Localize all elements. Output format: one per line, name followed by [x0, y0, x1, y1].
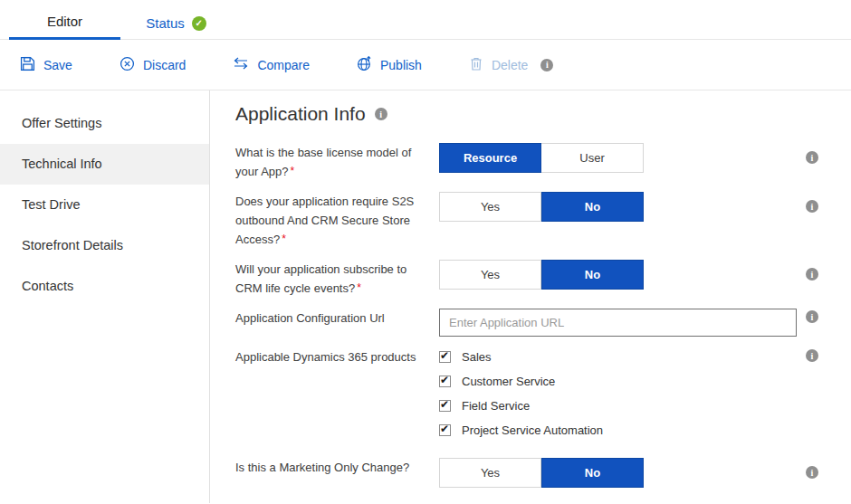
checkbox-sales[interactable]: Sales: [439, 347, 603, 366]
tab-status-label: Status: [146, 15, 185, 31]
row-license-model: What is the base license model of your A…: [235, 143, 818, 181]
tab-editor-label: Editor: [47, 14, 82, 29]
field-label: Does your application require S2S outbou…: [235, 192, 439, 249]
required-asterisk: *: [357, 281, 361, 294]
marketing-only-info-icon[interactable]: [806, 466, 818, 479]
sidebar-item-offer-settings[interactable]: Offer Settings: [0, 103, 209, 144]
application-url-input[interactable]: [439, 309, 797, 337]
sidebar-item-test-drive[interactable]: Test Drive: [0, 185, 209, 225]
option-yes[interactable]: Yes: [439, 458, 541, 488]
publish-label: Publish: [380, 58, 422, 72]
delete-label: Delete: [492, 58, 528, 72]
checkbox-checked-icon: [439, 400, 451, 412]
page-title-info-icon[interactable]: [375, 108, 387, 120]
s2s-access-toggle: Yes No: [439, 192, 644, 222]
compare-label: Compare: [257, 58, 310, 72]
compare-button[interactable]: Compare: [233, 56, 310, 73]
option-no[interactable]: No: [541, 458, 644, 488]
field-label: What is the base license model of your A…: [235, 143, 439, 181]
option-no[interactable]: No: [541, 192, 644, 222]
field-label: Will your application subscribe to CRM l…: [235, 260, 439, 298]
row-marketing-only: Is this a Marketing Only Change? Yes No: [235, 458, 818, 488]
required-asterisk: *: [291, 165, 295, 177]
publish-button[interactable]: Publish: [357, 56, 422, 74]
tab-editor[interactable]: Editor: [9, 5, 120, 40]
command-toolbar: Save Discard Compare Publi: [0, 40, 851, 90]
form-panel: Application Info What is the base licens…: [210, 90, 851, 503]
lifecycle-events-info-icon[interactable]: [806, 268, 818, 281]
option-user[interactable]: User: [541, 143, 644, 173]
tab-bar: Editor Status: [0, 0, 851, 40]
row-d365-products: Applicable Dynamics 365 products Sales C…: [235, 347, 818, 445]
option-resource[interactable]: Resource: [439, 143, 541, 173]
globe-arrow-icon: [357, 56, 372, 74]
swap-arrows-icon: [233, 56, 249, 73]
page-title: Application Info: [235, 103, 366, 125]
tab-status[interactable]: Status: [120, 6, 232, 39]
lifecycle-events-toggle: Yes No: [439, 260, 644, 290]
checkbox-checked-icon: [439, 376, 451, 387]
marketing-only-toggle: Yes No: [439, 458, 644, 488]
trash-icon: [469, 56, 483, 74]
discard-label: Discard: [143, 58, 186, 72]
status-green-check-icon: [192, 16, 206, 31]
circle-x-icon: [120, 56, 135, 74]
row-lifecycle-events: Will your application subscribe to CRM l…: [235, 260, 818, 298]
row-s2s-access: Does your application require S2S outbou…: [235, 192, 818, 249]
discard-button[interactable]: Discard: [120, 56, 186, 74]
field-label: Application Configuration Url: [235, 309, 439, 328]
field-label: Is this a Marketing Only Change?: [235, 458, 439, 477]
required-asterisk: *: [282, 233, 286, 245]
checkbox-checked-icon: [439, 424, 451, 436]
sidebar-item-storefront-details[interactable]: Storefront Details: [0, 225, 209, 266]
row-config-url: Application Configuration Url: [235, 309, 818, 337]
field-label: Applicable Dynamics 365 products: [235, 347, 439, 366]
save-button[interactable]: Save: [20, 56, 72, 74]
d365-products-info-icon[interactable]: [806, 349, 818, 362]
license-model-toggle: Resource User: [439, 143, 644, 173]
delete-info-icon[interactable]: [540, 59, 553, 71]
checkbox-customer-service[interactable]: Customer Service: [439, 372, 603, 390]
section-sidebar: Offer Settings Technical Info Test Drive…: [0, 90, 210, 503]
option-yes[interactable]: Yes: [439, 260, 541, 290]
sidebar-item-technical-info[interactable]: Technical Info: [0, 144, 209, 185]
floppy-disk-icon: [20, 56, 35, 74]
license-model-info-icon[interactable]: [806, 151, 818, 164]
config-url-info-icon[interactable]: [806, 310, 818, 323]
save-label: Save: [43, 58, 72, 72]
option-no[interactable]: No: [541, 260, 644, 290]
delete-button[interactable]: Delete: [469, 56, 528, 74]
checkbox-project-service-automation[interactable]: Project Service Automation: [439, 421, 603, 439]
d365-products-checkbox-group: Sales Customer Service Field Service Pro…: [439, 347, 603, 445]
s2s-access-info-icon[interactable]: [806, 200, 818, 213]
option-yes[interactable]: Yes: [439, 192, 541, 222]
checkbox-checked-icon: [439, 351, 451, 363]
checkbox-field-service[interactable]: Field Service: [439, 396, 603, 414]
sidebar-item-contacts[interactable]: Contacts: [0, 266, 209, 307]
